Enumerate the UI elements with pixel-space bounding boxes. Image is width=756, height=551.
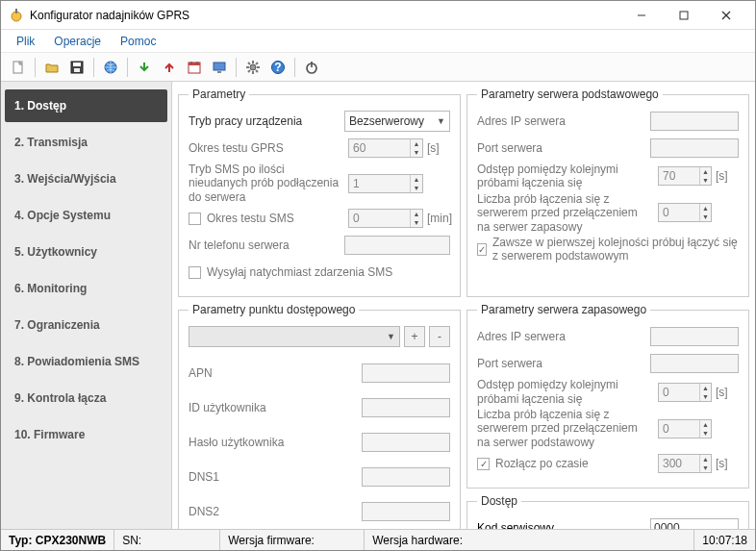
spin-sms-mode: ▲▼ (348, 174, 423, 193)
nav-opcje-systemu[interactable]: 4. Opcje Systemu (5, 199, 167, 232)
nav-uzytkownicy[interactable]: 5. Użytkownicy (5, 236, 167, 268)
label-backup-port: Port serwera (477, 357, 650, 370)
input-dns1 (362, 467, 450, 487)
nav-dostep[interactable]: 1. Dostęp (5, 89, 167, 122)
label-backup-addr: Adres IP serwera (477, 330, 650, 343)
group-apn: Parametry punktu dostępowego ▼ + - APN I… (178, 303, 461, 529)
monitor-icon[interactable] (208, 56, 231, 79)
spin-sms-test: ▲▼ (348, 209, 423, 228)
input-backup-addr (650, 327, 739, 346)
svg-rect-16 (217, 71, 221, 73)
legend-backup: Parametry serwera zapasowego (477, 303, 650, 316)
input-backup-port (650, 354, 739, 373)
content-area: Parametry Tryb pracy urządzenia Bezserwe… (172, 82, 755, 529)
menubar: Plik Operacje Pomoc (1, 30, 755, 53)
check-disconnect: ✓Rozłącz po czasie (477, 457, 658, 470)
group-primary-server: Parametry serwera podstawowego Adres IP … (466, 88, 749, 297)
menu-help[interactable]: Pomoc (113, 33, 164, 50)
spin-disconnect: ▲▼ (658, 454, 712, 473)
calendar-icon[interactable] (183, 56, 206, 79)
svg-line-24 (256, 63, 258, 64)
sidebar: 1. Dostęp 2. Transmisja 3. Wejścia/Wyjśc… (1, 82, 172, 529)
legend-parametry: Parametry (189, 88, 249, 101)
window-title: Konfigurator nadajników GPRS (30, 9, 620, 22)
legend-apn: Parametry punktu dostępowego (189, 303, 359, 316)
label-apn-user: ID użytkownika (189, 401, 362, 414)
svg-line-22 (248, 63, 250, 64)
svg-line-25 (248, 70, 250, 72)
nav-wejscia-wyjscia[interactable]: 3. Wejścia/Wyjścia (5, 163, 167, 195)
app-window: Konfigurator nadajników GPRS Plik Operac… (0, 0, 756, 551)
close-button[interactable] (705, 2, 747, 29)
new-file-icon[interactable] (7, 56, 30, 79)
status-fw: Wersja firmware: (220, 530, 365, 550)
upload-arrow-icon[interactable] (158, 56, 181, 79)
label-service-code: Kod serwisowy (477, 521, 650, 529)
legend-primary: Parametry serwera podstawowego (477, 88, 663, 101)
status-type: Typ: CPX230NWB (1, 530, 114, 550)
group-backup-server: Parametry serwera zapasowego Adres IP se… (466, 303, 749, 488)
download-arrow-icon[interactable] (133, 56, 156, 79)
group-parametry: Parametry Tryb pracy urządzenia Bezserwe… (178, 88, 461, 297)
open-folder-icon[interactable] (40, 56, 63, 79)
unit-sms-test: [min] (427, 212, 450, 225)
menu-file[interactable]: Plik (9, 33, 42, 50)
input-apn (362, 363, 450, 383)
nav-ograniczenia[interactable]: 7. Ograniczenia (5, 309, 167, 341)
help-icon[interactable]: ? (266, 56, 290, 79)
spin-primary-interval: ▲▼ (658, 166, 712, 186)
input-dns2 (362, 502, 450, 521)
label-backup-interval: Odstęp pomiędzy kolejnymi próbami łączen… (477, 378, 658, 406)
unit-disconnect: [s] (716, 457, 739, 470)
nav-monitoring[interactable]: 6. Monitoring (5, 272, 167, 305)
button-apn-remove: - (429, 326, 450, 347)
label-dns2: DNS2 (189, 505, 362, 518)
unit-primary-interval: [s] (716, 169, 739, 183)
select-mode[interactable]: Bezserwerowy▼ (344, 111, 450, 132)
label-primary-addr: Adres IP serwera (477, 114, 650, 128)
spin-backup-interval: ▲▼ (658, 383, 712, 402)
nav-powiadomienia-sms[interactable]: 8. Powiadomienia SMS (5, 345, 167, 378)
nav-transmisja[interactable]: 2. Transmisja (5, 126, 167, 159)
input-primary-port (650, 138, 739, 158)
label-sms-mode: Tryb SMS po ilości nieudanych prób podłą… (189, 163, 348, 204)
toolbar: ? (1, 53, 755, 82)
nav-firmware[interactable]: 10. Firmware (5, 418, 167, 451)
titlebar: Konfigurator nadajników GPRS (1, 1, 755, 30)
status-sn: SN: (114, 530, 220, 550)
input-service-code[interactable] (650, 518, 739, 529)
spin-gprs-test: ▲▼ (348, 138, 423, 158)
check-immediate-sms: Wysyłaj natychmiast zdarzenia SMS (189, 265, 392, 279)
svg-rect-8 (73, 63, 81, 66)
maximize-button[interactable] (663, 2, 705, 29)
nav-kontrola-lacza[interactable]: 9. Kontrola łącza (5, 382, 167, 414)
label-backup-tries: Liczba prób łączenia się z serwerem prze… (477, 408, 658, 449)
save-icon[interactable] (65, 56, 88, 79)
input-apn-user (362, 398, 450, 417)
svg-rect-3 (680, 12, 688, 19)
globe-icon[interactable] (99, 56, 122, 79)
svg-rect-15 (214, 63, 225, 70)
label-gprs-test: Okres testu GPRS (189, 141, 348, 155)
power-icon[interactable] (300, 56, 323, 79)
group-access: Dostęp Kod serwisowy Kod instalatora PIN… (466, 494, 749, 529)
button-apn-add: + (404, 326, 425, 347)
check-sms-test: Okres testu SMS (189, 212, 348, 225)
label-primary-tries: Liczba prób łączenia się z serwerem prze… (477, 192, 658, 234)
input-primary-addr (650, 112, 739, 131)
check-primary-priority: ✓Zawsze w pierwszej kolejności próbuj łą… (477, 236, 739, 263)
svg-text:?: ? (274, 61, 281, 74)
label-dns1: DNS1 (189, 470, 362, 484)
gear-icon[interactable] (241, 56, 265, 79)
svg-line-23 (256, 70, 258, 72)
input-server-phone (344, 236, 450, 255)
label-primary-interval: Odstęp pomiędzy kolejnymi próbami łączen… (477, 163, 658, 190)
svg-point-17 (250, 64, 256, 70)
status-hw: Wersja hardware: (365, 530, 694, 550)
label-apn-pass: Hasło użytkownika (189, 436, 362, 449)
input-apn-pass (362, 433, 450, 452)
spin-primary-tries: ▲▼ (658, 203, 712, 222)
minimize-button[interactable] (620, 2, 663, 29)
select-apn-preset: ▼ (189, 326, 400, 347)
menu-operations[interactable]: Operacje (46, 33, 109, 50)
